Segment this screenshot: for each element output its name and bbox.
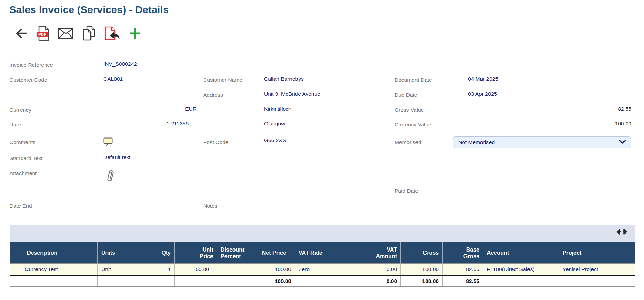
address-line-3: Glasgow [264,120,285,127]
col-header-account: Account [483,242,559,264]
row-description: Currency Test [21,264,98,276]
totals-vat-amount: 0.00 [359,276,401,287]
paid-date-label: Paid Date [395,188,418,194]
col-header-vat-amount: VAT Amount [359,242,401,264]
rate-label: Rate [9,121,21,128]
totals-units [98,276,140,287]
comments-bubble-icon[interactable] [103,137,113,148]
row-gross: 100.00 [401,264,443,276]
row-vat-rate: Zero [295,264,359,276]
address-line-2: Kirkintilloch [264,106,291,112]
totals-net-price: 100.00 [253,276,295,287]
currency-value-value: 100.00 [468,120,631,127]
currency-value-label: Currency Value [395,121,431,128]
row-select-cell [10,264,21,276]
pdf-export-button[interactable]: PDF [36,26,49,42]
row-qty: 1 [140,264,175,276]
copy-return-icon [104,26,120,42]
rate-value: 1.211356 [103,120,189,127]
totals-project [559,276,635,287]
col-header-base-gross: Base Gross [443,242,483,264]
due-date-label: Due Date [395,92,417,98]
paperclip-icon[interactable] [105,168,116,185]
col-header-description: Description [21,242,98,264]
comments-label: Comments [9,139,35,145]
table-row[interactable]: Currency Test Unit 1 100.00 100.00 Zero … [10,264,635,276]
totals-select-cell [10,276,21,287]
col-header-discount-percent: Discount Percent [217,242,253,264]
table-header-row: Description Units Qty Unit Price Discoun… [10,242,635,264]
row-net-price: 100.00 [253,264,295,276]
col-header-vat-rate: VAT Rate [295,242,359,264]
customer-name-value: Callan Barnebys [264,76,304,82]
customer-name-label: Customer Name [203,77,243,83]
notes-label: Notes [203,203,217,209]
row-units: Unit [98,264,140,276]
back-arrow-icon [16,29,27,39]
page-title: Sales Invoice (Services) - Details [9,4,169,16]
totals-account [483,276,559,287]
col-header-unit-price: Unit Price [175,242,217,264]
totals-description [21,276,98,287]
document-date-value: 04 Mar 2025 [468,76,498,82]
col-header-select [10,242,21,264]
copy-button[interactable] [82,26,95,42]
totals-row: 100.00 0.00 100.00 82.55 [10,276,635,287]
date-end-label: Date End [9,203,32,209]
col-header-project: Project [559,242,635,264]
email-button[interactable] [58,28,73,40]
gross-value-value: 82.55 [468,106,631,112]
row-vat-amount: 0.00 [359,264,401,276]
sales-invoice-details-page: Sales Invoice (Services) - Details PDF [0,0,644,300]
col-header-net-price: Net Price [253,242,295,264]
row-account: P1100(Direct Sales) [483,264,559,276]
invoice-reference-label: Invoice Reference [9,62,53,68]
toolbar: PDF [16,26,141,42]
attachment-label: Attachment [9,170,37,176]
col-header-qty: Qty [140,242,175,264]
standard-text-label: Standard Text [9,155,42,161]
memorised-selected-value: Not Memorised [458,139,619,145]
totals-unit-price [175,276,217,287]
svg-text:PDF: PDF [38,32,46,37]
invoice-reference-value: INV_S000242 [103,61,137,67]
copy-pages-icon [82,26,95,42]
totals-base-gross: 82.55 [443,276,483,287]
col-header-units: Units [98,242,140,264]
email-envelope-icon [58,28,73,40]
add-line-button[interactable] [129,27,141,41]
chevron-down-icon [619,139,626,145]
address-line-1: Unit 9, McBride Avenue [264,91,320,97]
line-items-section: Description Units Qty Unit Price Discoun… [10,225,635,287]
totals-discount-percent [217,276,253,287]
gross-value-label: Gross Value [395,107,424,113]
totals-qty [140,276,175,287]
customer-code-label: Customer Code [9,77,47,83]
totals-gross: 100.00 [401,276,443,287]
row-unit-price: 100.00 [175,264,217,276]
table-top-band [10,225,635,242]
plus-icon [129,27,141,41]
back-button[interactable] [16,29,27,39]
document-date-label: Document Date [395,77,432,83]
memorised-label: Memorised [395,139,421,145]
post-code-value: G66 2XS [264,137,286,143]
row-base-gross: 82.55 [443,264,483,276]
line-items-table: Description Units Qty Unit Price Discoun… [10,242,635,287]
currency-label: Currency [9,107,31,113]
pdf-icon: PDF [36,26,49,42]
customer-code-value: CAL001 [103,76,123,82]
copy-from-button[interactable] [104,26,120,42]
memorised-dropdown[interactable]: Not Memorised [453,136,631,148]
standard-text-value: Default text [103,154,130,160]
due-date-value: 03 Apr 2025 [468,91,497,97]
row-project: Yenisei Project [559,264,635,276]
col-header-gross: Gross [401,242,443,264]
resize-horizontal-icon[interactable] [616,229,628,236]
currency-value: EUR [103,106,197,112]
address-label: Address [203,92,223,98]
post-code-label: Post Code [203,139,228,145]
totals-vat-rate [295,276,359,287]
row-discount-percent [217,264,253,276]
